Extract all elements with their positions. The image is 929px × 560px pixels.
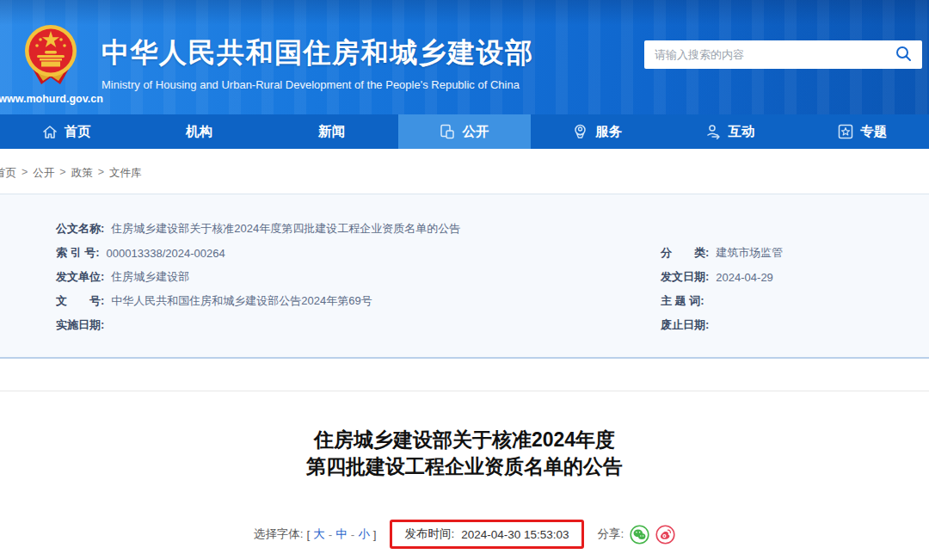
bracket-open: [ (306, 528, 310, 541)
nav-item-org[interactable]: 机构 (132, 114, 265, 149)
breadcrumb-bar: 首页 > 公开 > 政策 > 文件库 (0, 149, 929, 194)
breadcrumb-library[interactable]: 文件库 (109, 166, 142, 181)
site-header: www.mohurd.gov.cn 中华人民共和国住房和城乡建设部 Minist… (0, 0, 929, 114)
search-button[interactable] (895, 46, 912, 65)
meta-row-repeal-date: 废止日期: (661, 313, 783, 337)
nav-item-interaction[interactable]: 互动 (663, 114, 796, 149)
interaction-icon (705, 124, 722, 139)
meta-row-keywords: 主 题 词: (661, 289, 783, 313)
font-size-medium[interactable]: 中 (335, 526, 348, 542)
article-toolbar: 选择字体: [ 大 - 中 - 小 ] 发布时间: 2024-04-30 15:… (0, 520, 929, 549)
dash-separator: - (329, 528, 333, 541)
nav-item-topics[interactable]: 专题 (797, 114, 929, 149)
meta-row-doc-name: 公文名称: 住房城乡建设部关于核准2024年度第四批建设工程企业资质名单的公告 (56, 217, 460, 241)
bracket-close: ] (373, 528, 377, 541)
section-divider (0, 359, 929, 391)
font-size-selector: 选择字体: [ 大 - 中 - 小 ] (254, 526, 377, 542)
font-size-large[interactable]: 大 (313, 526, 325, 542)
meta-row-issue-date: 发文日期: 2024-04-29 (661, 265, 783, 289)
publish-time-value: 2024-04-30 15:53:03 (461, 528, 569, 541)
documents-icon (440, 124, 455, 139)
meta-row-doc-number: 文 号: 中华人民共和国住房和城乡建设部公告2024年第69号 (56, 289, 460, 313)
font-select-label: 选择字体: (254, 526, 304, 542)
main-nav: 首页 机构 新闻 公开 服务 (0, 114, 929, 149)
article-title-line2: 第四批建设工程企业资质名单的公告 (0, 453, 929, 480)
nav-label: 首页 (65, 123, 91, 141)
dash-separator: - (351, 528, 355, 541)
share-controls: 分享: (598, 525, 676, 545)
meta-label: 公文名称: (56, 221, 104, 237)
service-agent-icon (572, 124, 588, 139)
breadcrumb-home[interactable]: 首页 (0, 166, 16, 181)
wechat-share-icon[interactable] (630, 525, 649, 545)
meta-value: 建筑市场监管 (716, 245, 783, 261)
meta-value: 000013338/2024-00264 (107, 247, 225, 260)
meta-label: 文 号: (56, 293, 104, 309)
meta-value: 2024-04-29 (716, 271, 773, 284)
breadcrumb: 首页 > 公开 > 政策 > 文件库 (0, 166, 929, 181)
article-title-line1: 住房城乡建设部关于核准2024年度 (0, 427, 929, 453)
home-icon (42, 125, 58, 139)
meta-row-effective-date: 实施日期: (56, 313, 460, 337)
article-title: 住房城乡建设部关于核准2024年度 第四批建设工程企业资质名单的公告 (0, 427, 929, 480)
meta-label: 主 题 词: (661, 293, 704, 309)
share-label: 分享: (598, 526, 624, 542)
weibo-share-icon[interactable] (655, 525, 675, 545)
nav-label: 专题 (860, 123, 887, 141)
publish-time-label: 发布时间: (404, 526, 454, 542)
meta-value: 住房城乡建设部关于核准2024年度第四批建设工程企业资质名单的公告 (111, 221, 460, 237)
nav-item-home[interactable]: 首页 (0, 114, 132, 149)
document-meta-panel: 公文名称: 住房城乡建设部关于核准2024年度第四批建设工程企业资质名单的公告 … (0, 194, 929, 359)
national-emblem-icon (24, 24, 77, 91)
meta-row-issuing-unit: 发文单位: 住房城乡建设部 (56, 265, 460, 289)
nav-item-services[interactable]: 服务 (531, 114, 663, 149)
nav-label: 服务 (595, 123, 622, 141)
nav-item-news[interactable]: 新闻 (266, 114, 398, 149)
search-icon (895, 46, 912, 65)
meta-value: 中华人民共和国住房和城乡建设部公告2024年第69号 (111, 293, 372, 309)
site-subtitle-en: Ministry of Housing and Urban-Rural Deve… (102, 78, 534, 91)
meta-label: 发文单位: (56, 269, 104, 285)
meta-label: 分 类: (661, 245, 709, 261)
breadcrumb-separator: > (59, 166, 65, 181)
site-url: www.mohurd.gov.cn (0, 93, 103, 105)
meta-label: 废止日期: (661, 317, 709, 333)
nav-label: 公开 (462, 123, 489, 141)
meta-row-category: 分 类: 建筑市场监管 (661, 241, 783, 265)
meta-row-index-number: 索 引 号: 000013338/2024-00264 (56, 241, 460, 265)
search-box (644, 40, 922, 69)
search-input[interactable] (655, 48, 895, 61)
font-size-small[interactable]: 小 (358, 526, 370, 542)
nav-label: 机构 (186, 123, 212, 141)
meta-label: 发文日期: (661, 269, 709, 285)
meta-label: 索 引 号: (56, 245, 100, 261)
meta-label: 实施日期: (56, 317, 104, 333)
breadcrumb-separator: > (22, 166, 28, 181)
meta-value: 住房城乡建设部 (111, 269, 189, 285)
publish-time-annotation-box: 发布时间: 2024-04-30 15:53:03 (390, 520, 583, 549)
site-title: 中华人民共和国住房和城乡建设部 (102, 34, 534, 72)
star-badge-icon (838, 124, 853, 139)
nav-item-disclosure[interactable]: 公开 (398, 114, 531, 149)
nav-label: 互动 (729, 123, 755, 141)
breadcrumb-disclosure[interactable]: 公开 (33, 166, 54, 181)
breadcrumb-separator: > (98, 166, 104, 181)
breadcrumb-policy[interactable]: 政策 (71, 166, 93, 181)
nav-label: 新闻 (318, 123, 345, 141)
